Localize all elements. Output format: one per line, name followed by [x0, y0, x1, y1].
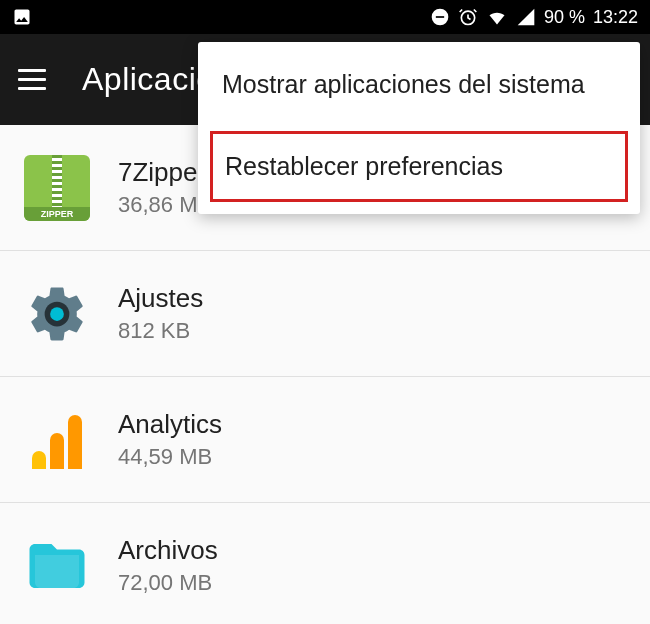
app-item-analytics[interactable]: Analytics 44,59 MB: [0, 377, 650, 503]
analytics-icon: [24, 407, 90, 473]
gear-icon: [24, 281, 90, 347]
app-size: 812 KB: [118, 318, 203, 344]
time-text: 13:22: [593, 7, 638, 28]
menu-item-show-system[interactable]: Mostrar aplicaciones del sistema: [198, 42, 640, 127]
app-item-ajustes[interactable]: Ajustes 812 KB: [0, 251, 650, 377]
signal-icon: [516, 7, 536, 27]
app-name: Archivos: [118, 535, 218, 566]
app-size: 44,59 MB: [118, 444, 222, 470]
overflow-menu: Mostrar aplicaciones del sistema Restabl…: [198, 42, 640, 214]
zipper-icon: ZIPPER: [24, 155, 90, 221]
app-name: Analytics: [118, 409, 222, 440]
folder-icon: [24, 533, 90, 599]
status-bar: 90 % 13:22: [0, 0, 650, 34]
svg-point-4: [50, 307, 64, 321]
image-icon: [12, 7, 32, 27]
menu-button[interactable]: [18, 69, 46, 90]
wifi-icon: [486, 7, 508, 27]
menu-item-reset-prefs[interactable]: Restablecer preferencias: [210, 131, 628, 202]
app-item-archivos[interactable]: Archivos 72,00 MB: [0, 503, 650, 624]
app-name: Ajustes: [118, 283, 203, 314]
battery-text: 90 %: [544, 7, 585, 28]
svg-rect-1: [436, 16, 444, 18]
app-size: 72,00 MB: [118, 570, 218, 596]
dnd-icon: [430, 7, 450, 27]
alarm-icon: [458, 7, 478, 27]
